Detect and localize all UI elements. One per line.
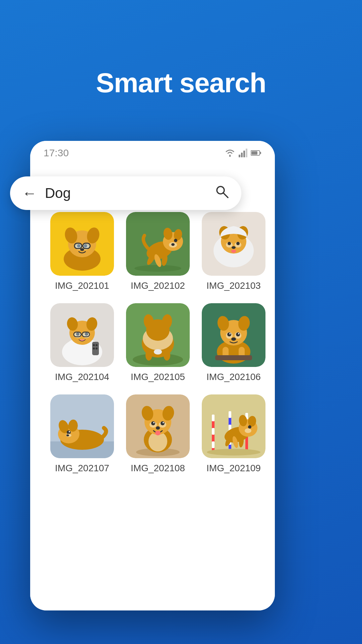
search-icon bbox=[215, 184, 229, 199]
photo-item[interactable]: IMG_202106 bbox=[202, 303, 265, 382]
svg-rect-7 bbox=[251, 151, 257, 155]
svg-point-124 bbox=[207, 449, 260, 455]
svg-point-71 bbox=[164, 350, 170, 361]
photo-thumbnail[interactable] bbox=[50, 394, 114, 458]
svg-point-22 bbox=[134, 265, 181, 272]
photo-label: IMG_202101 bbox=[55, 280, 109, 291]
photo-label: IMG_202105 bbox=[131, 372, 185, 382]
svg-rect-54 bbox=[74, 332, 81, 337]
photo-thumbnail[interactable] bbox=[202, 303, 265, 367]
photo-item[interactable]: IMG_202105 bbox=[126, 303, 190, 382]
photo-item[interactable]: IMG_202102 bbox=[126, 212, 190, 291]
svg-rect-118 bbox=[229, 411, 231, 418]
svg-line-135 bbox=[223, 193, 228, 198]
back-button[interactable]: ← bbox=[22, 186, 37, 201]
svg-point-29 bbox=[171, 243, 175, 246]
search-icon-button[interactable] bbox=[215, 184, 229, 202]
svg-rect-116 bbox=[212, 441, 215, 448]
photo-item[interactable]: IMG_202101 bbox=[50, 212, 114, 291]
svg-point-94 bbox=[69, 431, 70, 432]
svg-rect-1 bbox=[239, 155, 240, 157]
phone-mockup: 17:30 bbox=[30, 141, 275, 610]
svg-rect-115 bbox=[212, 428, 215, 435]
page-title: Smart search bbox=[0, 67, 362, 99]
search-bar-wrapper: ← Dog bbox=[10, 176, 241, 210]
photo-label: IMG_202106 bbox=[206, 372, 261, 382]
photo-thumbnail[interactable] bbox=[126, 394, 190, 458]
svg-point-20 bbox=[80, 248, 84, 251]
svg-rect-55 bbox=[82, 332, 89, 337]
photo-grid: IMG_202101 IMG bbox=[50, 205, 261, 474]
content-area: IMG_202101 IMG bbox=[30, 165, 275, 610]
svg-rect-2 bbox=[241, 153, 243, 157]
svg-rect-18 bbox=[83, 243, 90, 249]
photo-thumbnail[interactable] bbox=[126, 303, 190, 367]
svg-point-27 bbox=[174, 239, 177, 242]
svg-rect-6 bbox=[260, 152, 261, 154]
photo-thumbnail[interactable] bbox=[50, 303, 114, 367]
svg-point-70 bbox=[145, 350, 152, 361]
photo-thumbnail[interactable] bbox=[126, 212, 190, 276]
battery-icon bbox=[251, 150, 261, 156]
photo-label: IMG_202104 bbox=[55, 372, 109, 382]
status-time: 17:30 bbox=[44, 147, 69, 159]
photo-item[interactable]: IMG_202103 bbox=[202, 212, 265, 291]
svg-rect-4 bbox=[246, 149, 247, 157]
search-query[interactable]: Dog bbox=[45, 185, 215, 201]
svg-point-69 bbox=[154, 349, 162, 355]
photo-label: IMG_202107 bbox=[55, 463, 109, 474]
photo-item[interactable]: IMG_202107 bbox=[50, 394, 114, 474]
photo-label: IMG_202108 bbox=[131, 463, 185, 474]
svg-point-83 bbox=[229, 333, 231, 334]
svg-point-106 bbox=[151, 421, 155, 425]
svg-point-61 bbox=[96, 347, 98, 350]
status-bar: 17:30 bbox=[30, 141, 275, 165]
photo-item[interactable]: IMG_202104 bbox=[50, 303, 114, 382]
svg-point-59 bbox=[96, 344, 98, 346]
svg-point-111 bbox=[155, 431, 161, 435]
svg-point-81 bbox=[227, 332, 231, 336]
photo-label: IMG_202109 bbox=[206, 463, 261, 474]
svg-point-84 bbox=[238, 333, 239, 334]
signal-icon bbox=[239, 149, 247, 157]
photo-thumbnail[interactable] bbox=[202, 212, 265, 276]
svg-point-82 bbox=[236, 332, 240, 336]
svg-point-41 bbox=[236, 242, 240, 245]
photo-label: IMG_202102 bbox=[131, 280, 185, 291]
svg-point-129 bbox=[248, 425, 251, 429]
svg-point-130 bbox=[245, 428, 251, 433]
svg-point-40 bbox=[228, 242, 231, 245]
svg-point-110 bbox=[156, 426, 160, 430]
photo-item[interactable]: IMG_202109 bbox=[202, 394, 265, 474]
svg-point-58 bbox=[93, 344, 95, 346]
photo-label: IMG_202103 bbox=[206, 280, 261, 291]
search-bar: ← Dog bbox=[10, 176, 241, 210]
svg-rect-114 bbox=[212, 415, 215, 421]
photo-thumbnail[interactable] bbox=[202, 394, 265, 458]
svg-point-43 bbox=[231, 250, 236, 253]
svg-point-108 bbox=[153, 422, 155, 423]
svg-point-109 bbox=[163, 422, 164, 423]
svg-rect-3 bbox=[243, 151, 245, 157]
status-icons bbox=[225, 149, 261, 157]
photo-thumbnail[interactable] bbox=[50, 212, 114, 276]
svg-point-85 bbox=[231, 337, 236, 341]
svg-point-0 bbox=[229, 155, 231, 157]
svg-point-107 bbox=[161, 421, 165, 425]
wifi-icon bbox=[225, 149, 235, 157]
svg-point-42 bbox=[232, 246, 236, 249]
svg-rect-86 bbox=[215, 355, 252, 360]
photo-item[interactable]: IMG_202108 bbox=[126, 394, 190, 474]
svg-rect-17 bbox=[74, 243, 82, 249]
svg-point-96 bbox=[66, 434, 69, 436]
svg-point-60 bbox=[93, 347, 95, 350]
